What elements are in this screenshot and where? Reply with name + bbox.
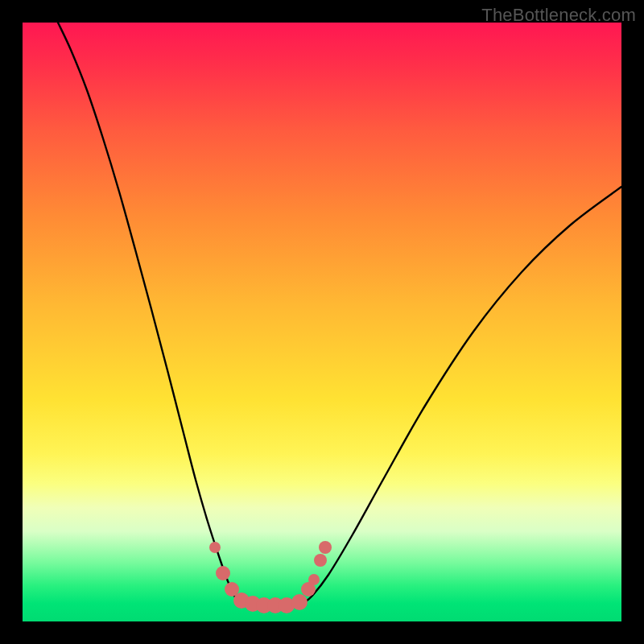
plot-area (23, 23, 621, 621)
valley-dot (209, 542, 221, 553)
valley-dots (209, 541, 332, 613)
curve-left (58, 23, 239, 604)
watermark-text: TheBottleneck.com (481, 5, 636, 26)
curve-group (58, 23, 621, 604)
curve-right (303, 187, 621, 604)
chart-svg (23, 23, 621, 621)
chart-frame: TheBottleneck.com (0, 0, 644, 644)
valley-dot (308, 574, 320, 585)
valley-dot (319, 541, 332, 554)
valley-dot (216, 566, 230, 580)
valley-dot (314, 554, 327, 567)
valley-dot (291, 594, 308, 610)
